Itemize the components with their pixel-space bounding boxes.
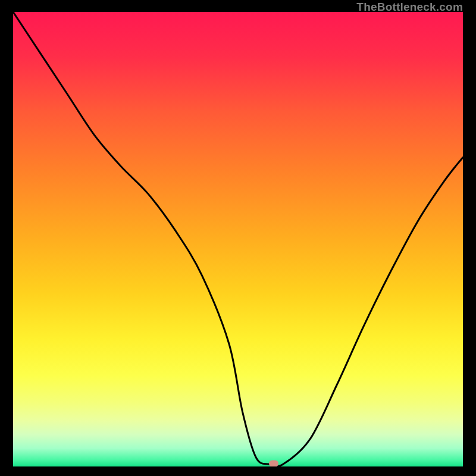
chart-frame: TheBottleneck.com [0,0,476,476]
optimal-point-marker [269,461,278,466]
plot-area [13,12,463,466]
watermark-text: TheBottleneck.com [356,1,463,14]
bottleneck-curve [13,12,463,466]
